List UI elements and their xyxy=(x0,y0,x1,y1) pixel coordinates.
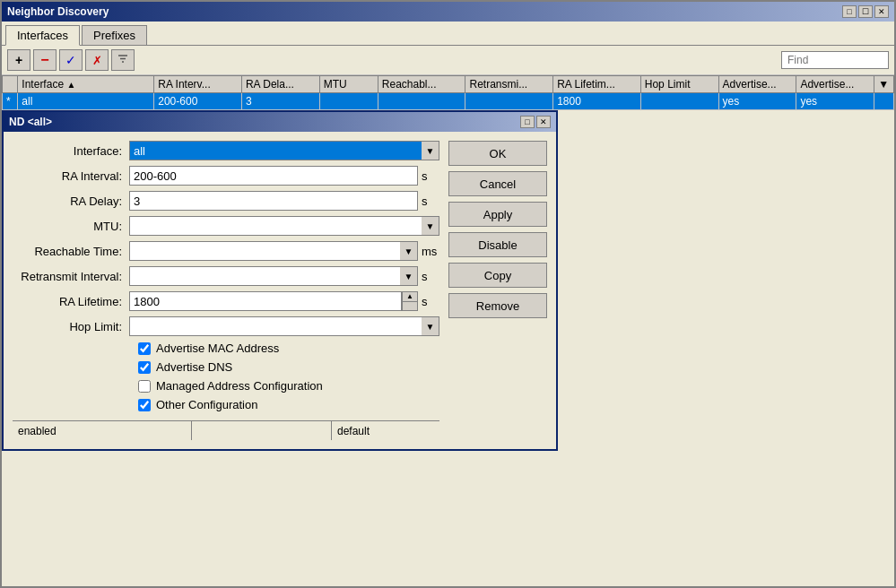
modal-dialog: ND <all> □ ✕ Interface: ▼ xyxy=(2,110,558,451)
check-button[interactable]: ✓ xyxy=(59,49,83,71)
advertise-mac-checkbox[interactable] xyxy=(138,342,151,355)
col-mtu[interactable]: MTU xyxy=(319,76,378,93)
ra-interval-suffix: s xyxy=(422,169,439,183)
disable-button[interactable]: Disable xyxy=(448,232,547,257)
apply-button[interactable]: Apply xyxy=(448,202,547,227)
col-reachable[interactable]: Reachabl... xyxy=(378,76,465,93)
main-window: Neighbor Discovery □ ☐ ✕ Interfaces Pref… xyxy=(0,0,896,588)
mtu-label: MTU: xyxy=(13,220,129,233)
retransmit-row: Retransmit Interval: ▼ s xyxy=(13,266,439,286)
col-advertise1[interactable]: Advertise... xyxy=(718,76,796,93)
other-config-checkbox[interactable] xyxy=(138,399,151,411)
ra-delay-suffix: s xyxy=(422,195,439,208)
buttons-panel: OK Cancel Apply Disable Copy Remove xyxy=(448,141,547,440)
col-advertise2[interactable]: Advertise... xyxy=(796,76,874,93)
row-mtu xyxy=(319,93,378,110)
reachable-suffix: ms xyxy=(422,245,439,258)
row-interface: all xyxy=(18,93,154,110)
ra-delay-input[interactable] xyxy=(129,191,418,211)
table-row[interactable]: * all 200-600 3 1800 yes yes xyxy=(3,93,894,110)
maximize-button[interactable]: ☐ xyxy=(858,5,873,18)
reachable-time-row: Reachable Time: ▼ ms xyxy=(13,241,439,261)
ra-lifetime-down[interactable] xyxy=(402,301,418,311)
reachable-time-label: Reachable Time: xyxy=(13,245,129,258)
ra-lifetime-spinner: ▲ xyxy=(402,291,418,311)
mtu-dropdown-arrow[interactable]: ▼ xyxy=(422,216,439,236)
remove-button[interactable]: Remove xyxy=(448,293,547,318)
copy-button[interactable]: Copy xyxy=(448,263,547,288)
toolbar: + − ✓ ✗ xyxy=(2,46,894,75)
ra-lifetime-up[interactable]: ▲ xyxy=(402,291,418,301)
ok-button[interactable]: OK xyxy=(448,141,547,166)
window-title: Neighbor Discovery xyxy=(7,5,109,18)
tab-prefixes[interactable]: Prefixes xyxy=(82,25,147,45)
mtu-dropdown-wrapper: ▼ xyxy=(129,216,439,236)
ra-delay-label: RA Delay: xyxy=(13,195,129,208)
find-input[interactable] xyxy=(781,51,889,69)
tab-interfaces[interactable]: Interfaces xyxy=(5,25,80,46)
other-config-label: Other Configuration xyxy=(156,398,257,411)
col-hop-limit[interactable]: Hop Limit xyxy=(640,76,718,93)
add-button[interactable]: + xyxy=(7,49,30,71)
hop-limit-input[interactable] xyxy=(129,316,439,336)
retransmit-input[interactable] xyxy=(129,266,418,286)
managed-addr-checkbox[interactable] xyxy=(138,380,151,393)
other-config-row: Other Configuration xyxy=(138,398,439,411)
content-area: ND <all> □ ✕ Interface: ▼ xyxy=(2,110,894,586)
col-ra-interval[interactable]: RA Interv... xyxy=(154,76,242,93)
close-button[interactable]: ✕ xyxy=(874,5,889,18)
cancel-button[interactable]: Cancel xyxy=(448,171,547,196)
hop-limit-dropdown-arrow[interactable]: ▼ xyxy=(422,316,439,336)
row-reachable xyxy=(378,93,465,110)
interface-input[interactable] xyxy=(129,141,439,160)
modal-title: ND <all> xyxy=(9,116,52,128)
mtu-row: MTU: ▼ xyxy=(13,216,439,236)
col-ra-delay[interactable]: RA Dela... xyxy=(241,76,319,93)
modal-status-bar: enabled default xyxy=(13,420,439,440)
ra-interval-input[interactable] xyxy=(129,166,418,186)
status-default: default xyxy=(332,421,439,440)
cancel-toolbar-button[interactable]: ✗ xyxy=(85,49,109,71)
managed-addr-label: Managed Address Configuration xyxy=(156,379,323,393)
col-retransmit[interactable]: Retransmi... xyxy=(465,76,553,93)
reachable-time-input[interactable] xyxy=(129,241,418,261)
status-enabled: enabled xyxy=(13,421,192,440)
interface-dropdown-arrow[interactable]: ▼ xyxy=(422,141,439,160)
ra-lifetime-input[interactable] xyxy=(129,291,402,311)
retransmit-spinner-wrapper: ▼ xyxy=(129,266,418,286)
modal-body: Interface: ▼ RA Interval: s xyxy=(4,132,556,449)
modal-title-controls: □ ✕ xyxy=(520,116,551,128)
title-bar-controls: □ ☐ ✕ xyxy=(842,5,889,18)
filter-button[interactable] xyxy=(111,49,135,71)
advertise-mac-row: Advertise MAC Address xyxy=(138,342,439,355)
reachable-dropdown-arrow[interactable]: ▼ xyxy=(400,241,418,261)
row-advertise1: yes xyxy=(718,93,796,110)
ra-lifetime-suffix: s xyxy=(422,295,439,308)
hop-limit-label: Hop Limit: xyxy=(13,320,129,333)
col-dropdown[interactable]: ▼ xyxy=(874,76,894,93)
managed-addr-row: Managed Address Configuration xyxy=(138,379,439,393)
modal-minimize-button[interactable]: □ xyxy=(520,116,535,128)
ra-lifetime-row: RA Lifetime: ▲ s xyxy=(13,291,439,311)
col-marker xyxy=(3,76,18,93)
row-advertise2: yes xyxy=(796,93,874,110)
row-ra-interval: 200-600 xyxy=(154,93,242,110)
row-ra-delay: 3 xyxy=(241,93,319,110)
row-dropdown xyxy=(874,93,894,110)
advertise-dns-checkbox[interactable] xyxy=(138,361,151,374)
advertise-dns-label: Advertise DNS xyxy=(156,360,232,374)
remove-button[interactable]: − xyxy=(33,49,57,71)
restore-button[interactable]: □ xyxy=(842,5,857,18)
hop-limit-dropdown-wrapper: ▼ xyxy=(129,316,439,336)
reachable-spinner-wrapper: ▼ xyxy=(129,241,418,261)
col-ra-lifetime[interactable]: RA Lifetim... xyxy=(553,76,641,93)
row-ra-lifetime: 1800 xyxy=(553,93,641,110)
title-bar: Neighbor Discovery □ ☐ ✕ xyxy=(2,2,894,22)
mtu-input[interactable] xyxy=(129,216,439,236)
ra-delay-row: RA Delay: s xyxy=(13,191,439,211)
advertise-mac-label: Advertise MAC Address xyxy=(156,342,279,355)
col-interface[interactable]: Interface ▲ xyxy=(18,76,154,93)
modal-close-button[interactable]: ✕ xyxy=(536,116,551,128)
data-table: Interface ▲ RA Interv... RA Dela... MTU … xyxy=(2,75,894,110)
retransmit-dropdown-arrow[interactable]: ▼ xyxy=(400,266,418,286)
